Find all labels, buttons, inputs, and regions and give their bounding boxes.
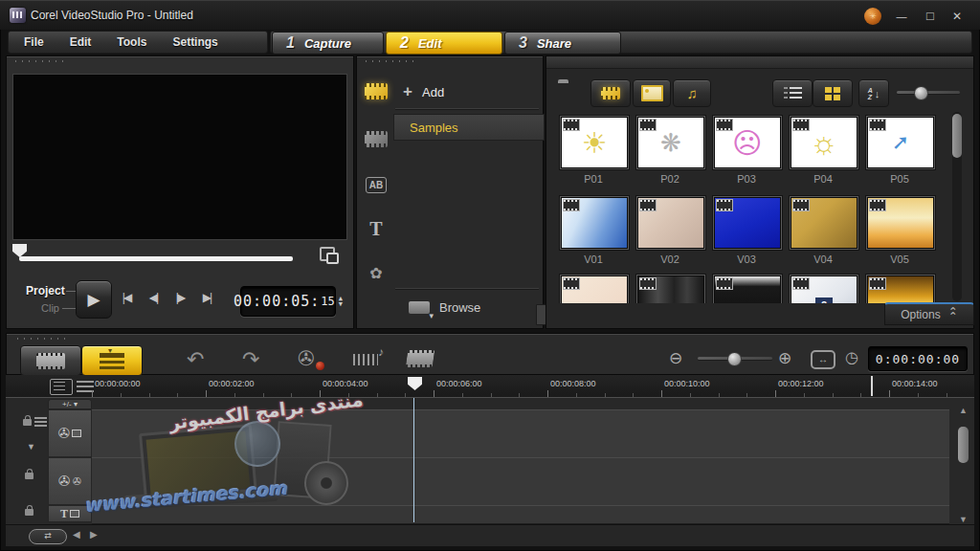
title-track-lane[interactable] <box>92 505 949 524</box>
gallery-item-row3-2[interactable] <box>636 275 705 303</box>
track-options-icon[interactable] <box>34 417 47 427</box>
project-mode-label[interactable]: Project <box>26 284 65 298</box>
gallery-item-v05[interactable]: V05 <box>866 196 935 265</box>
menu-settings[interactable]: Settings <box>172 35 217 49</box>
end-button[interactable]: ▶| <box>194 286 219 309</box>
record-capture-button[interactable]: ✇ <box>298 347 324 372</box>
expand-track-icon[interactable]: ▼ <box>27 442 35 452</box>
menu-tools[interactable]: Tools <box>117 35 146 49</box>
gallery-scrollbar-thumb[interactable] <box>952 114 962 158</box>
browse-label: Browse <box>439 300 480 315</box>
gallery-item-v02[interactable]: V02 <box>636 196 705 265</box>
video-track-header[interactable]: ✇ <box>48 409 92 457</box>
gallery-item-p01[interactable]: ☀ P01 <box>560 116 629 185</box>
media-category-button[interactable] <box>364 79 389 102</box>
maximize-button[interactable]: □ <box>920 9 941 24</box>
gallery-item-p05[interactable]: ➚ P05 <box>866 116 935 185</box>
timeline-ruler[interactable]: 00:00:00:00 00:00:02:00 00:00:04:00 00:0… <box>6 375 974 398</box>
title-category-button[interactable]: T <box>364 217 389 240</box>
overlay-track-icon: ✇ <box>58 473 71 490</box>
menu-bar: File Edit Tools Settings <box>8 31 268 54</box>
instant-project-button[interactable] <box>406 350 435 367</box>
storyboard-view-button[interactable] <box>20 345 81 376</box>
fit-project-to-window-button[interactable]: ↔ <box>811 350 835 369</box>
library-folder-samples[interactable]: Samples <box>393 114 545 141</box>
duration-clock-icon[interactable]: ◷ <box>845 348 858 366</box>
ruler-tick: 00:00:06:00 <box>436 379 482 388</box>
browse-button[interactable]: Browse <box>393 294 543 320</box>
tab-share[interactable]: 3 Share <box>504 32 621 55</box>
scroll-right-icon[interactable]: ▶ <box>90 529 98 540</box>
undo-button[interactable]: ↶ <box>187 347 204 372</box>
track-layer-button[interactable]: +/- ▾ <box>48 399 92 409</box>
lock-icon[interactable] <box>25 509 33 516</box>
previous-frame-button[interactable]: ◀| <box>141 286 166 309</box>
gallery-item-row3-4[interactable]: 2 <box>790 275 858 303</box>
scrubber-track[interactable] <box>19 256 293 261</box>
timeline-timecode[interactable]: 0:00:00:00 <box>868 346 968 371</box>
lock-icon[interactable] <box>23 419 32 426</box>
home-button[interactable]: |◀ <box>114 286 139 309</box>
timeline-vertical-scrollbar[interactable]: ▲ ▼ <box>958 406 970 524</box>
ruler-tick: 00:00:00:00 <box>95 379 141 388</box>
timeline-zoom-slider-knob[interactable] <box>727 352 742 366</box>
timecode-frames[interactable]: 15 <box>321 295 334 308</box>
scroll-left-icon[interactable]: ◀ <box>73 529 80 540</box>
gallery-item-v04[interactable]: V04 <box>790 196 858 265</box>
minimize-button[interactable]: — <box>891 9 912 24</box>
preview-timecode[interactable]: 00:00:05: 15 ▲▼ <box>240 286 336 317</box>
graphics-category-button[interactable]: ✿ <box>364 261 389 284</box>
graphic-ab-category-button[interactable]: AB <box>364 173 389 196</box>
share-step-number: 3 <box>519 34 527 52</box>
share-step-label: Share <box>537 36 571 51</box>
timecode-spinner[interactable]: ▲▼ <box>339 296 343 307</box>
thumbnail-label: P03 <box>713 173 780 185</box>
gallery-item-row3-1[interactable] <box>560 275 629 303</box>
swap-tracks-button[interactable]: ⇄ <box>29 529 67 544</box>
scroll-up-icon[interactable]: ▲ <box>959 406 968 415</box>
gallery-item-row3-3[interactable] <box>713 275 782 303</box>
launcher-icon[interactable]: ✳ <box>864 8 881 25</box>
filmstrip-badge-icon <box>792 199 810 211</box>
track-manager-icon[interactable] <box>50 379 73 395</box>
ab-transition-icon: AB <box>366 177 387 193</box>
thumbnail-label: P02 <box>636 173 703 185</box>
transitions-category-button[interactable] <box>364 127 389 150</box>
gallery-item-p04[interactable]: ☼ P04 <box>790 116 858 185</box>
play-button[interactable]: ▶ <box>76 280 112 319</box>
gallery-item-v03[interactable]: V03 <box>713 196 782 265</box>
tab-edit[interactable]: 2 Edit <box>386 32 502 55</box>
add-folder-button[interactable]: + Add <box>393 79 543 104</box>
filmstrip-badge-icon <box>869 277 886 290</box>
clip-mode-label[interactable]: Clip <box>41 302 59 314</box>
video-track-lane[interactable] <box>92 409 949 459</box>
lock-icon[interactable] <box>25 473 33 479</box>
redo-button[interactable]: ↷ <box>242 347 259 372</box>
menu-edit[interactable]: Edit <box>70 35 92 49</box>
sound-mixer-button[interactable] <box>353 351 378 368</box>
scrubber-handle[interactable] <box>12 244 27 257</box>
filmstrip-badge-icon <box>869 199 886 211</box>
options-button[interactable]: Options ⌃⌃ <box>884 302 974 325</box>
filmstrip-badge-icon <box>563 199 580 211</box>
gallery-item-row3-5[interactable] <box>866 275 935 303</box>
menu-file[interactable]: File <box>24 35 44 49</box>
timeline-scrollbar-thumb[interactable] <box>958 427 969 463</box>
zoom-out-button[interactable]: ⊖ <box>669 348 682 368</box>
next-frame-button[interactable]: |▶ <box>167 286 192 309</box>
close-button[interactable]: ✕ <box>947 9 968 24</box>
tab-capture[interactable]: 1 Capture <box>272 32 384 55</box>
zoom-in-button[interactable]: ⊕ <box>778 348 791 368</box>
title-track-header[interactable]: T <box>48 505 92 522</box>
overlay-track-header[interactable]: ✇✇ <box>48 457 92 505</box>
gallery-item-p03[interactable]: ☹ P03 <box>713 116 782 185</box>
filmstrip-badge-icon <box>716 277 733 290</box>
filmstrip-badge-icon <box>716 199 733 211</box>
enlarge-preview-button[interactable] <box>318 245 339 264</box>
overlay-track-lane[interactable] <box>92 457 949 507</box>
scroll-down-icon[interactable]: ▼ <box>959 515 968 524</box>
gallery-item-v01[interactable]: V01 <box>560 196 629 265</box>
filmstrip-badge-icon <box>792 277 810 290</box>
timeline-view-button[interactable] <box>81 345 143 376</box>
gallery-item-p02[interactable]: ❋ P02 <box>636 116 705 185</box>
